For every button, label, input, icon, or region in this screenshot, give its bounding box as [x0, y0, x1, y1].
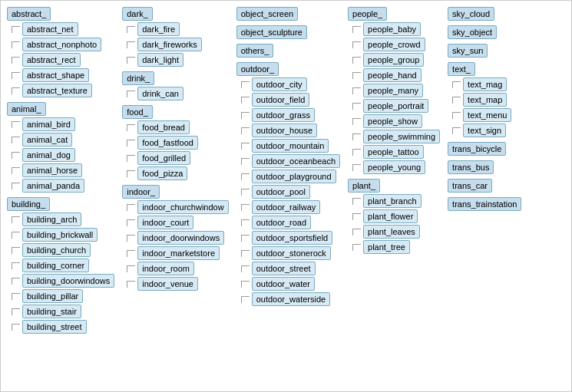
child-tag[interactable]: outdoor_city	[252, 77, 307, 91]
child-tag[interactable]: outdoor_mountain	[252, 139, 329, 153]
child-tag[interactable]: people_swimming	[363, 130, 440, 143]
child-tag[interactable]: outdoor_waterside	[252, 292, 331, 306]
child-tag[interactable]: food_grilled	[137, 151, 190, 165]
parent-tag[interactable]: abstract_	[7, 7, 51, 21]
child-tag[interactable]: abstract_shape	[22, 68, 89, 82]
child-tag[interactable]: building_stair	[22, 305, 81, 318]
parent-tag[interactable]: object_screen	[236, 7, 299, 21]
child-tag[interactable]: outdoor_field	[252, 93, 310, 107]
child-tag[interactable]: abstract_nonphoto	[22, 38, 101, 51]
child-tag[interactable]: animal_cat	[22, 133, 72, 147]
child-tag[interactable]: food_fastfood	[137, 136, 198, 150]
child-tag[interactable]: people_baby	[363, 22, 421, 36]
parent-row: animal_	[7, 102, 114, 116]
child-tag[interactable]: outdoor_pool	[252, 185, 310, 199]
child-tag[interactable]: building_street	[22, 320, 87, 334]
parent-tag[interactable]: trans_bus	[448, 160, 494, 174]
child-tag[interactable]: people_young	[363, 160, 425, 174]
child-tag[interactable]: outdoor_playground	[252, 170, 336, 183]
child-tag[interactable]: food_pizza	[137, 166, 187, 180]
parent-tag[interactable]: trans_car	[448, 179, 492, 193]
child-tag[interactable]: people_hand	[363, 68, 422, 82]
parent-tag[interactable]: outdoor_	[236, 62, 279, 76]
child-tag[interactable]: building_doorwindows	[22, 274, 114, 288]
child-tag[interactable]: text_mag	[463, 77, 507, 91]
parent-tag[interactable]: sky_sun	[448, 44, 488, 58]
child-tag[interactable]: indoor_room	[137, 262, 194, 275]
child-tag[interactable]: plant_branch	[363, 194, 422, 208]
child-tag[interactable]: animal_dog	[22, 148, 75, 162]
child-tag[interactable]: animal_panda	[22, 179, 84, 193]
parent-tag[interactable]: drink_	[122, 71, 154, 85]
child-tag[interactable]: dark_fire	[137, 22, 180, 36]
parent-tag[interactable]: sky_object	[448, 25, 497, 39]
parent-tag[interactable]: trans_trainstation	[448, 197, 521, 211]
child-tag[interactable]: people_show	[363, 114, 422, 128]
parent-row: sky_object	[448, 25, 540, 39]
parent-tag[interactable]: dark_	[122, 7, 153, 21]
child-tag[interactable]: abstract_net	[22, 22, 78, 36]
child-tag[interactable]: people_tattoo	[363, 145, 424, 159]
child-tag[interactable]: building_corner	[22, 259, 89, 272]
child-tag[interactable]: abstract_texture	[22, 84, 92, 97]
child-tag[interactable]: text_map	[463, 93, 507, 107]
child-row: outdoor_house	[236, 124, 340, 137]
child-tag[interactable]: building_arch	[22, 212, 81, 226]
child-tag[interactable]: food_bread	[137, 120, 190, 134]
child-tag[interactable]: building_church	[22, 243, 91, 257]
child-tag[interactable]: indoor_churchwindow	[137, 200, 228, 214]
child-tag[interactable]: outdoor_water	[252, 277, 315, 291]
child-row: food_grilled	[122, 151, 228, 165]
child-tag[interactable]: outdoor_road	[252, 216, 311, 229]
child-tag[interactable]: indoor_marketstore	[137, 246, 220, 260]
child-tag[interactable]: outdoor_railway	[252, 200, 321, 214]
child-tag[interactable]: text_sign	[463, 124, 506, 137]
child-tag[interactable]: dark_fireworks	[137, 38, 202, 51]
group-drink_: drink_drink_can	[122, 71, 228, 100]
child-row: plant_tree	[348, 240, 440, 254]
child-row: outdoor_field	[236, 93, 340, 107]
child-tag[interactable]: dark_light	[137, 53, 184, 67]
child-tag[interactable]: text_menu	[463, 108, 511, 122]
child-tag[interactable]: indoor_venue	[137, 277, 198, 291]
parent-tag[interactable]: others_	[236, 44, 274, 58]
child-tag[interactable]: plant_leaves	[363, 225, 420, 239]
parent-tag[interactable]: text_	[448, 62, 475, 76]
child-tag[interactable]: outdoor_grass	[252, 108, 315, 122]
parent-tag[interactable]: plant_	[348, 179, 380, 193]
child-tag[interactable]: people_portrait	[363, 99, 428, 113]
child-tag[interactable]: animal_horse	[22, 163, 82, 177]
child-tag[interactable]: abstract_rect	[22, 53, 81, 67]
parent-tag[interactable]: food_	[122, 105, 153, 119]
parent-tag[interactable]: sky_cloud	[448, 7, 494, 21]
child-tag[interactable]: outdoor_house	[252, 124, 317, 137]
child-row: animal_cat	[7, 133, 114, 147]
child-row: people_swimming	[348, 130, 440, 143]
child-tag[interactable]: plant_tree	[363, 240, 410, 254]
child-tag[interactable]: plant_flower	[363, 209, 418, 223]
child-tag[interactable]: people_group	[363, 53, 424, 67]
child-tag[interactable]: building_pillar	[22, 289, 83, 303]
parent-tag[interactable]: animal_	[7, 102, 46, 116]
column-col3: object_screenobject_sculptureothers_outd…	[236, 7, 340, 309]
parent-row: people_	[348, 7, 440, 21]
group-object_screen: object_screen	[236, 7, 340, 21]
child-tag[interactable]: people_crowd	[363, 38, 425, 51]
parent-tag[interactable]: people_	[348, 7, 387, 21]
child-tag[interactable]: drink_can	[137, 87, 184, 100]
child-tag[interactable]: outdoor_sportsfield	[252, 231, 333, 245]
parent-tag[interactable]: trans_bicycle	[448, 142, 506, 156]
group-trans_bicycle: trans_bicycle	[448, 142, 540, 156]
parent-tag[interactable]: indoor_	[122, 185, 160, 199]
child-tag[interactable]: building_brickwall	[22, 228, 98, 242]
child-tag[interactable]: outdoor_street	[252, 262, 316, 275]
child-tag[interactable]: indoor_court	[137, 216, 193, 229]
child-row: outdoor_playground	[236, 170, 340, 183]
child-tag[interactable]: outdoor_oceanbeach	[252, 154, 340, 168]
child-tag[interactable]: animal_bird	[22, 117, 75, 131]
child-tag[interactable]: people_many	[363, 84, 423, 97]
child-tag[interactable]: indoor_doorwindows	[137, 231, 224, 245]
parent-tag[interactable]: building_	[7, 197, 50, 211]
child-tag[interactable]: outdoor_stonerock	[252, 246, 331, 260]
parent-tag[interactable]: object_sculpture	[236, 25, 307, 39]
